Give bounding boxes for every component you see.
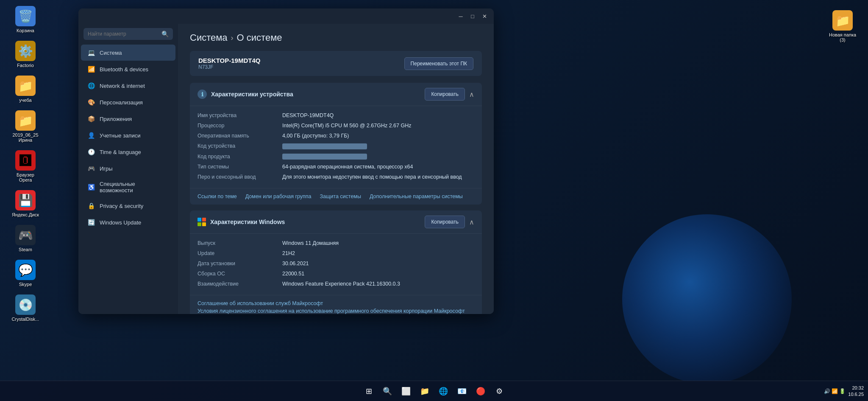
breadcrumb-separator: › xyxy=(231,34,234,42)
taskbar: ⊞ 🔍 ⬜ 📁 🌐 📧 🔴 ⚙ 🔊 📶 🔋 20:32 10.6.25 xyxy=(0,381,868,401)
settings-sidebar: 🔍 💻 Система 📶 Bluetooth & devices 🌐 Netw… xyxy=(78,24,178,314)
icon-img-opera: 🅾 xyxy=(15,150,36,171)
clock-date: 10.6.25 xyxy=(848,391,864,397)
desktop-icon-folder2019[interactable]: 📁 2019_06_25 Ирина xyxy=(8,109,42,144)
device-info-grid: Имя устройстваDESKTOP-19MDT4QПроцессорIn… xyxy=(190,106,482,188)
nav-label-network: Network & internet xyxy=(100,83,145,89)
sidebar-item-special[interactable]: ♿ Специальные возможности xyxy=(81,177,175,197)
sidebar-item-privacy[interactable]: 🔒 Privacy & security xyxy=(81,198,175,214)
win-link-0[interactable]: Соглашение об использовании служб Майкро… xyxy=(198,300,474,306)
device-value-5: 64-разрядная операционная система, проце… xyxy=(282,162,474,172)
device-label-2: Оперативная память xyxy=(198,131,282,141)
device-label-0: Имя устройства xyxy=(198,110,282,121)
device-section-header: ℹ Характеристики устройства Копировать ∧ xyxy=(190,83,482,106)
search-button[interactable]: 🔍 xyxy=(379,383,396,400)
win-label-3: Сборка ОС xyxy=(198,269,282,279)
settings-taskbar-button[interactable]: ⚙ xyxy=(491,383,508,400)
device-label-1: Процессор xyxy=(198,121,282,131)
icon-img-factorio: ⚙️ xyxy=(15,41,36,61)
close-button[interactable]: ✕ xyxy=(479,10,490,22)
nav-icon-network: 🌐 xyxy=(87,81,95,90)
device-section-chevron[interactable]: ∧ xyxy=(469,90,474,98)
device-label-5: Тип системы xyxy=(198,162,282,172)
desktop-icon-yandex[interactable]: 💾 Яндекс.Диск xyxy=(8,188,42,219)
win-value-2: 30.06.2021 xyxy=(282,258,474,269)
sidebar-item-accounts[interactable]: 👤 Учетные записи xyxy=(81,127,175,143)
sidebar-item-bluetooth[interactable]: 📶 Bluetooth & devices xyxy=(81,61,175,77)
device-section-actions: Копировать ∧ xyxy=(425,88,474,101)
desktop-icon-steam[interactable]: 🎮 Steam xyxy=(8,223,42,254)
breadcrumb-parent[interactable]: Система xyxy=(190,32,228,43)
sidebar-item-network[interactable]: 🌐 Network & internet xyxy=(81,78,175,94)
windows-info-grid: ВыпускWindows 11 ДомашняяUpdate21H2Дата … xyxy=(190,234,482,295)
desktop-icons-left: 🗑️ Корзина ⚙️ Factorio 📁 учеба 📁 2019_06… xyxy=(8,0,42,323)
task-view-button[interactable]: ⬜ xyxy=(398,383,415,400)
windows-links-row: Соглашение об использовании служб Майкро… xyxy=(190,295,482,314)
icon-img-skype: 💬 xyxy=(15,260,36,280)
minimize-button[interactable]: ─ xyxy=(455,10,467,22)
nav-label-apps: Приложения xyxy=(100,116,132,122)
nav-label-special: Специальные возможности xyxy=(100,181,170,193)
device-value-0: DESKTOP-19MDT4Q xyxy=(282,110,474,121)
window-titlebar: ─ □ ✕ xyxy=(78,8,494,24)
search-input[interactable] xyxy=(88,31,159,37)
explorer-button[interactable]: 📁 xyxy=(416,383,433,400)
desktop-icon-opera[interactable]: 🅾 Браузер Opera xyxy=(8,149,42,184)
nav-label-sistema: Система xyxy=(100,50,122,56)
win-label-0: Выпуск xyxy=(198,238,282,248)
nav-icon-games: 🎮 xyxy=(87,164,95,173)
device-sub: N73JF xyxy=(198,64,260,70)
nav-label-accounts: Учетные записи xyxy=(100,132,140,139)
device-label-3: Код устройства xyxy=(198,141,282,151)
nav-icon-special: ♿ xyxy=(87,183,95,191)
nav-icon-privacy: 🔒 xyxy=(87,202,95,210)
icon-img-crystaldisk: 💿 xyxy=(15,294,36,315)
mail-button[interactable]: 📧 xyxy=(453,383,470,400)
sidebar-item-time[interactable]: 🕐 Time & language xyxy=(81,144,175,160)
sidebar-item-games[interactable]: 🎮 Игры xyxy=(81,160,175,177)
desktop-icon-crystaldisk[interactable]: 💿 CrystalDisk... xyxy=(8,293,42,323)
icon-label-new_folder: Новая папка (3) xyxy=(827,32,858,42)
sidebar-item-sistema[interactable]: 💻 Система xyxy=(81,45,175,61)
link-item-0[interactable]: Ссылки по теме xyxy=(198,193,237,199)
link-item-2[interactable]: Защита системы xyxy=(320,193,361,199)
sidebar-item-apps[interactable]: 📦 Приложения xyxy=(81,111,175,127)
taskbar-clock[interactable]: 20:32 10.6.25 xyxy=(848,385,864,397)
link-item-3[interactable]: Дополнительные параметры системы xyxy=(370,193,463,199)
start-button[interactable]: ⊞ xyxy=(360,383,377,400)
rename-pc-button[interactable]: Переименовать этот ПК xyxy=(404,57,473,70)
sidebar-item-winupdate[interactable]: 🔄 Windows Update xyxy=(81,214,175,230)
search-bar[interactable]: 🔍 xyxy=(83,28,173,40)
device-section-title: ℹ Характеристики устройства xyxy=(198,90,293,99)
clock-time: 20:32 xyxy=(848,385,864,391)
desktop-icon-korzina[interactable]: 🗑️ Корзина xyxy=(8,4,42,35)
edge-button[interactable]: 🌐 xyxy=(435,383,452,400)
win-value-4: Windows Feature Experience Pack 421.1630… xyxy=(282,279,474,289)
sidebar-item-personalization[interactable]: 🎨 Персонализация xyxy=(81,94,175,110)
search-icon[interactable]: 🔍 xyxy=(161,31,169,37)
link-item-1[interactable]: Домен или рабочая группа xyxy=(245,193,312,199)
icon-img-steam: 🎮 xyxy=(15,225,36,245)
win-link-1[interactable]: Условия лицензионного соглашения на испо… xyxy=(198,308,474,314)
nav-label-games: Игры xyxy=(100,165,113,172)
main-content: Система › О системе DESKTOP-19MDT4Q N73J… xyxy=(178,24,494,314)
nav-icon-time: 🕐 xyxy=(87,148,95,156)
desktop-icon-skype[interactable]: 💬 Skype xyxy=(8,258,42,289)
windows-logo xyxy=(198,218,206,226)
device-section: ℹ Характеристики устройства Копировать ∧… xyxy=(190,83,482,205)
device-value-4 xyxy=(282,151,474,162)
device-copy-button[interactable]: Копировать xyxy=(425,88,465,101)
maximize-button[interactable]: □ xyxy=(467,10,479,22)
nav-icon-sistema: 💻 xyxy=(87,48,95,57)
nav-icon-personalization: 🎨 xyxy=(87,98,95,107)
desktop-icon-ucheba[interactable]: 📁 учеба xyxy=(8,74,42,104)
icon-label-opera: Браузер Opera xyxy=(10,172,41,182)
opera-taskbar-button[interactable]: 🔴 xyxy=(472,383,489,400)
desktop-icon-new_folder[interactable]: 📁 Новая папка (3) xyxy=(826,8,860,44)
redacted-bar xyxy=(282,143,367,149)
windows-section-chevron[interactable]: ∧ xyxy=(469,218,474,226)
desktop-icon-factorio[interactable]: ⚙️ Factorio xyxy=(8,39,42,70)
taskbar-icons: 🔊 📶 🔋 xyxy=(824,388,846,394)
windows-copy-button[interactable]: Копировать xyxy=(425,216,465,228)
nav-label-personalization: Персонализация xyxy=(100,99,143,106)
